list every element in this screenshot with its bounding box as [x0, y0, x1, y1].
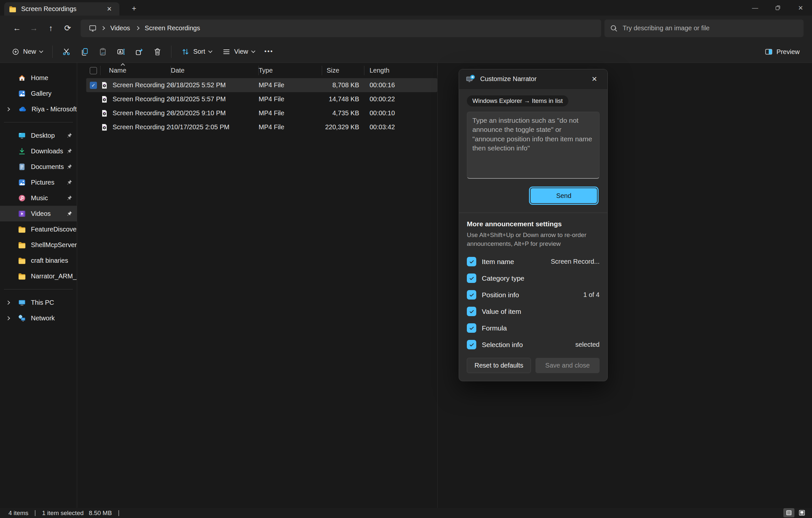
table-row[interactable]: Screen Recording 20... 8/20/2025 9:10 PM… [86, 106, 437, 120]
paste-button[interactable] [94, 44, 111, 60]
downloads-icon [18, 147, 26, 155]
instruction-input[interactable] [467, 112, 600, 179]
table-row[interactable]: ✓ Screen Recording 20... 8/18/2025 5:52 … [86, 78, 437, 92]
search-input[interactable] [623, 24, 798, 32]
checkbox-checked-icon[interactable] [467, 323, 476, 333]
close-window-button[interactable]: ✕ [789, 0, 812, 16]
row-checkbox-checked[interactable]: ✓ [90, 82, 97, 89]
column-header-name[interactable]: Name [100, 63, 171, 78]
sidebar-divider [4, 122, 73, 122]
new-tab-button[interactable]: + [127, 3, 141, 14]
sidebar-item-downloads[interactable]: Downloads [0, 143, 77, 159]
option-category-type: Category type [467, 270, 600, 287]
sidebar-item-shellmcpservers[interactable]: ShellMcpServers [0, 237, 77, 253]
column-header-type[interactable]: Type [259, 63, 322, 78]
close-tab-icon[interactable]: ✕ [104, 4, 115, 14]
chevron-down-icon [208, 49, 212, 53]
sidebar-item-onedrive[interactable]: Riya - Microsoft [0, 101, 77, 117]
save-and-close-button[interactable]: Save and close [535, 358, 600, 373]
desktop-icon [18, 132, 26, 140]
sidebar-item-music[interactable]: Music [0, 190, 77, 206]
share-button[interactable] [131, 44, 148, 60]
expander-chevron-icon[interactable] [6, 316, 10, 320]
checkbox-checked-icon[interactable] [467, 290, 476, 300]
sort-button[interactable]: Sort [177, 44, 216, 60]
titlebar: Screen Recordings ✕ + — ✕ [0, 0, 812, 16]
table-row[interactable]: Screen Recording 20... 8/18/2025 5:57 PM… [86, 92, 437, 106]
delete-button[interactable] [149, 44, 166, 60]
network-icon [18, 314, 26, 322]
send-button[interactable]: Send [530, 188, 597, 203]
sidebar-item-desktop[interactable]: Desktop [0, 128, 77, 143]
file-type: MP4 File [259, 124, 322, 131]
refresh-button[interactable]: ⟳ [59, 20, 76, 37]
breadcrumb-separator-icon [101, 26, 105, 30]
option-selection-info: Selection info selected [467, 336, 600, 353]
restore-icon [775, 5, 781, 11]
select-all-checkbox[interactable] [86, 63, 100, 78]
copy-button[interactable] [76, 44, 93, 60]
up-button[interactable]: ↑ [42, 20, 59, 37]
sidebar-item-home[interactable]: Home [0, 70, 77, 86]
tab-title: Screen Recordings [21, 5, 99, 13]
reset-to-defaults-button[interactable]: Reset to defaults [467, 358, 531, 373]
checkbox-checked-icon[interactable] [467, 273, 476, 283]
sidebar-item-documents[interactable]: Documents [0, 159, 77, 174]
more-options-button[interactable]: ••• [261, 44, 278, 60]
view-button-label: View [234, 48, 248, 55]
breadcrumb[interactable]: Videos Screen Recordings [81, 20, 601, 37]
sidebar-item-label: Documents [31, 163, 64, 171]
file-length: 00:00:22 [365, 96, 438, 103]
sidebar-item-network[interactable]: Network [0, 310, 77, 326]
cut-button[interactable] [58, 44, 75, 60]
expander-chevron-icon[interactable] [6, 107, 10, 111]
file-type: MP4 File [259, 81, 322, 89]
sidebar-item-label: Riya - Microsoft [32, 106, 77, 113]
view-button[interactable]: View [218, 44, 259, 60]
table-row[interactable]: Screen Recording 20... 10/17/2025 2:05 P… [86, 120, 437, 134]
sidebar-item-pictures[interactable]: Pictures [0, 174, 77, 190]
column-header-size[interactable]: Size [322, 63, 365, 78]
column-header-length[interactable]: Length [365, 63, 438, 78]
dialog-close-button[interactable]: ✕ [588, 73, 601, 85]
search-box[interactable] [604, 20, 804, 37]
sidebar-item-featurediscoverability[interactable]: FeatureDiscoverabil [0, 221, 77, 237]
sidebar-item-label: This PC [31, 299, 54, 306]
minimize-button[interactable]: — [744, 0, 766, 16]
sidebar-item-craft-binaries[interactable]: craft binaries [0, 253, 77, 268]
sidebar-item-this-pc[interactable]: This PC [0, 295, 77, 310]
preview-toggle-button[interactable]: Preview [760, 44, 804, 60]
details-view-button[interactable] [783, 508, 794, 517]
sidebar-item-label: Desktop [31, 132, 55, 139]
dialog-header: Customize Narrator ✕ [459, 70, 607, 89]
new-button[interactable]: New [7, 44, 47, 60]
sidebar-item-label: Home [31, 74, 48, 82]
file-name: Screen Recording 20... [113, 81, 171, 89]
sort-arrows-icon [181, 48, 190, 56]
checkbox-checked-icon[interactable] [467, 307, 476, 316]
rename-button[interactable] [113, 44, 129, 60]
this-pc-icon [18, 299, 26, 307]
option-formula: Formula [467, 320, 600, 336]
back-button[interactable]: ← [8, 20, 25, 37]
option-value: selected [576, 341, 600, 348]
checkbox-checked-icon[interactable] [467, 257, 476, 266]
breadcrumb-videos[interactable]: Videos [107, 23, 134, 33]
explorer-tab[interactable]: Screen Recordings ✕ [4, 2, 119, 16]
file-list-area: Name Date Type Size Length ✓ Screen Reco… [78, 63, 812, 508]
desktop-root-icon[interactable] [87, 24, 99, 32]
dialog-divider [459, 213, 607, 213]
folder-icon [18, 256, 26, 265]
sidebar-item-gallery[interactable]: Gallery [0, 86, 77, 101]
sidebar-item-label: ShellMcpServers [31, 241, 77, 249]
maximize-button[interactable] [766, 0, 789, 16]
checkbox-checked-icon[interactable] [467, 340, 476, 349]
icons-view-button[interactable] [796, 508, 807, 517]
column-header-date[interactable]: Date [171, 63, 259, 78]
pictures-icon [18, 179, 26, 187]
expander-chevron-icon[interactable] [6, 301, 10, 305]
sidebar-item-narrator-arm[interactable]: Narrator_ARM_2811 [0, 268, 77, 284]
toolbar-divider [52, 46, 53, 58]
sidebar-item-videos[interactable]: Videos [0, 206, 77, 221]
breadcrumb-screen-recordings[interactable]: Screen Recordings [142, 23, 203, 33]
